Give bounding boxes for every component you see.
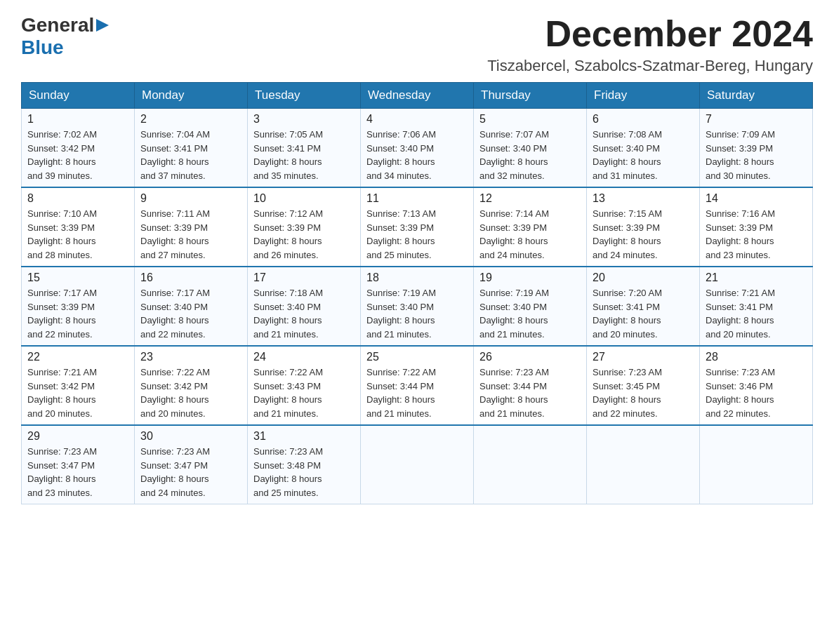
day-info: Sunrise: 7:21 AMSunset: 3:41 PMDaylight:… <box>706 286 807 341</box>
calendar-cell: 10Sunrise: 7:12 AMSunset: 3:39 PMDayligh… <box>248 187 361 267</box>
header-tuesday: Tuesday <box>248 83 361 109</box>
day-number: 9 <box>140 192 241 205</box>
day-number: 20 <box>593 271 694 284</box>
calendar-cell: 13Sunrise: 7:15 AMSunset: 3:39 PMDayligh… <box>587 187 700 267</box>
calendar-cell: 3Sunrise: 7:05 AMSunset: 3:41 PMDaylight… <box>248 109 361 188</box>
calendar-cell: 8Sunrise: 7:10 AMSunset: 3:39 PMDaylight… <box>22 187 135 267</box>
page-header: General Blue December 2024 Tiszabercel, … <box>21 14 813 75</box>
header-friday: Friday <box>587 83 700 109</box>
header-sunday: Sunday <box>22 83 135 109</box>
header-thursday: Thursday <box>474 83 587 109</box>
calendar-cell: 27Sunrise: 7:23 AMSunset: 3:45 PMDayligh… <box>587 346 700 425</box>
day-info: Sunrise: 7:20 AMSunset: 3:41 PMDaylight:… <box>593 286 694 341</box>
day-number: 22 <box>27 351 128 363</box>
day-number: 30 <box>140 430 241 443</box>
day-number: 5 <box>479 113 581 126</box>
week-row-3: 15Sunrise: 7:17 AMSunset: 3:39 PMDayligh… <box>22 267 813 346</box>
calendar-cell: 29Sunrise: 7:23 AMSunset: 3:47 PMDayligh… <box>22 425 135 504</box>
day-number: 8 <box>27 192 128 205</box>
day-number: 24 <box>253 351 355 363</box>
calendar-cell <box>700 425 813 504</box>
week-row-5: 29Sunrise: 7:23 AMSunset: 3:47 PMDayligh… <box>22 425 813 504</box>
day-number: 16 <box>140 271 241 284</box>
day-info: Sunrise: 7:23 AMSunset: 3:45 PMDaylight:… <box>593 365 694 420</box>
day-info: Sunrise: 7:22 AMSunset: 3:42 PMDaylight:… <box>140 365 241 420</box>
day-number: 17 <box>253 271 355 284</box>
day-info: Sunrise: 7:18 AMSunset: 3:40 PMDaylight:… <box>253 286 355 341</box>
calendar-cell: 26Sunrise: 7:23 AMSunset: 3:44 PMDayligh… <box>474 346 587 425</box>
calendar-cell: 1Sunrise: 7:02 AMSunset: 3:42 PMDaylight… <box>22 109 135 188</box>
calendar-table: SundayMondayTuesdayWednesdayThursdayFrid… <box>21 82 813 504</box>
calendar-cell: 5Sunrise: 7:07 AMSunset: 3:40 PMDaylight… <box>474 109 587 188</box>
day-info: Sunrise: 7:08 AMSunset: 3:40 PMDaylight:… <box>593 128 694 182</box>
calendar-cell: 31Sunrise: 7:23 AMSunset: 3:48 PMDayligh… <box>248 425 361 504</box>
day-number: 12 <box>479 192 581 205</box>
day-number: 4 <box>366 113 468 126</box>
calendar-cell: 14Sunrise: 7:16 AMSunset: 3:39 PMDayligh… <box>700 187 813 267</box>
day-info: Sunrise: 7:05 AMSunset: 3:41 PMDaylight:… <box>253 128 355 182</box>
day-info: Sunrise: 7:23 AMSunset: 3:46 PMDaylight:… <box>706 365 807 420</box>
calendar-cell: 24Sunrise: 7:22 AMSunset: 3:43 PMDayligh… <box>248 346 361 425</box>
day-info: Sunrise: 7:11 AMSunset: 3:39 PMDaylight:… <box>140 207 241 262</box>
day-number: 18 <box>366 271 468 284</box>
day-number: 26 <box>479 351 581 363</box>
day-info: Sunrise: 7:07 AMSunset: 3:40 PMDaylight:… <box>479 128 581 182</box>
day-info: Sunrise: 7:23 AMSunset: 3:44 PMDaylight:… <box>479 365 581 420</box>
header-wednesday: Wednesday <box>361 83 474 109</box>
day-number: 27 <box>593 351 694 363</box>
calendar-cell: 18Sunrise: 7:19 AMSunset: 3:40 PMDayligh… <box>361 267 474 346</box>
day-info: Sunrise: 7:13 AMSunset: 3:39 PMDaylight:… <box>366 207 468 262</box>
day-number: 7 <box>706 113 807 126</box>
day-number: 13 <box>593 192 694 205</box>
calendar-cell: 28Sunrise: 7:23 AMSunset: 3:46 PMDayligh… <box>700 346 813 425</box>
calendar-cell: 2Sunrise: 7:04 AMSunset: 3:41 PMDaylight… <box>135 109 248 188</box>
day-info: Sunrise: 7:10 AMSunset: 3:39 PMDaylight:… <box>27 207 128 262</box>
day-info: Sunrise: 7:09 AMSunset: 3:39 PMDaylight:… <box>706 128 807 182</box>
week-row-1: 1Sunrise: 7:02 AMSunset: 3:42 PMDaylight… <box>22 109 813 188</box>
title-section: December 2024 Tiszabercel, Szabolcs-Szat… <box>487 14 813 75</box>
calendar-cell: 25Sunrise: 7:22 AMSunset: 3:44 PMDayligh… <box>361 346 474 425</box>
calendar-cell: 6Sunrise: 7:08 AMSunset: 3:40 PMDaylight… <box>587 109 700 188</box>
week-row-4: 22Sunrise: 7:21 AMSunset: 3:42 PMDayligh… <box>22 346 813 425</box>
day-info: Sunrise: 7:19 AMSunset: 3:40 PMDaylight:… <box>479 286 581 341</box>
day-info: Sunrise: 7:23 AMSunset: 3:47 PMDaylight:… <box>140 445 241 499</box>
header-saturday: Saturday <box>700 83 813 109</box>
calendar-cell: 23Sunrise: 7:22 AMSunset: 3:42 PMDayligh… <box>135 346 248 425</box>
day-info: Sunrise: 7:16 AMSunset: 3:39 PMDaylight:… <box>706 207 807 262</box>
day-info: Sunrise: 7:02 AMSunset: 3:42 PMDaylight:… <box>27 128 128 182</box>
day-info: Sunrise: 7:22 AMSunset: 3:43 PMDaylight:… <box>253 365 355 420</box>
day-number: 21 <box>706 271 807 284</box>
logo-blue: Blue <box>21 36 64 58</box>
calendar-cell: 17Sunrise: 7:18 AMSunset: 3:40 PMDayligh… <box>248 267 361 346</box>
calendar-cell: 19Sunrise: 7:19 AMSunset: 3:40 PMDayligh… <box>474 267 587 346</box>
calendar-cell: 12Sunrise: 7:14 AMSunset: 3:39 PMDayligh… <box>474 187 587 267</box>
calendar-cell: 20Sunrise: 7:20 AMSunset: 3:41 PMDayligh… <box>587 267 700 346</box>
logo: General Blue <box>21 14 109 59</box>
calendar-cell: 16Sunrise: 7:17 AMSunset: 3:40 PMDayligh… <box>135 267 248 346</box>
day-info: Sunrise: 7:04 AMSunset: 3:41 PMDaylight:… <box>140 128 241 182</box>
day-info: Sunrise: 7:06 AMSunset: 3:40 PMDaylight:… <box>366 128 468 182</box>
calendar-cell: 22Sunrise: 7:21 AMSunset: 3:42 PMDayligh… <box>22 346 135 425</box>
day-number: 23 <box>140 351 241 363</box>
header-monday: Monday <box>135 83 248 109</box>
logo-general: General <box>21 14 94 36</box>
day-number: 25 <box>366 351 468 363</box>
day-info: Sunrise: 7:19 AMSunset: 3:40 PMDaylight:… <box>366 286 468 341</box>
day-number: 10 <box>253 192 355 205</box>
logo-arrow-icon <box>96 19 109 32</box>
day-number: 14 <box>706 192 807 205</box>
day-info: Sunrise: 7:14 AMSunset: 3:39 PMDaylight:… <box>479 207 581 262</box>
day-number: 29 <box>27 430 128 443</box>
calendar-cell: 21Sunrise: 7:21 AMSunset: 3:41 PMDayligh… <box>700 267 813 346</box>
day-number: 19 <box>479 271 581 284</box>
svg-marker-0 <box>96 19 109 32</box>
day-info: Sunrise: 7:23 AMSunset: 3:47 PMDaylight:… <box>27 445 128 499</box>
day-info: Sunrise: 7:23 AMSunset: 3:48 PMDaylight:… <box>253 445 355 499</box>
day-number: 1 <box>27 113 128 126</box>
day-number: 11 <box>366 192 468 205</box>
calendar-cell <box>587 425 700 504</box>
calendar-cell: 7Sunrise: 7:09 AMSunset: 3:39 PMDaylight… <box>700 109 813 188</box>
day-number: 2 <box>140 113 241 126</box>
day-number: 28 <box>706 351 807 363</box>
calendar-cell <box>361 425 474 504</box>
